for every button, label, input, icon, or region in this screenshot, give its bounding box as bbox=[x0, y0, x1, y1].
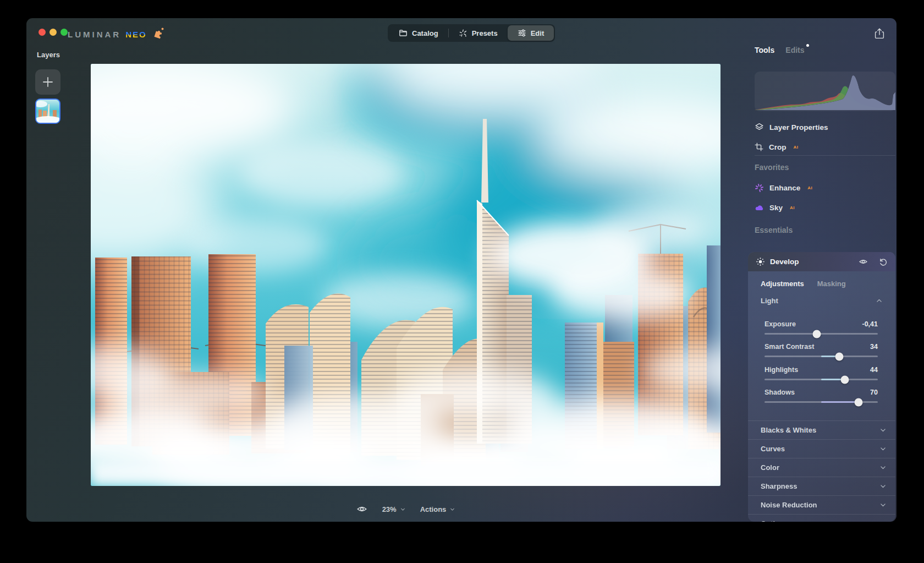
app-logo: LUMINAR NEO bbox=[68, 27, 164, 41]
chevron-down-icon bbox=[879, 501, 887, 509]
slider-label: Exposure bbox=[765, 320, 796, 328]
masking-tab[interactable]: Masking bbox=[817, 280, 846, 288]
zoom-window-button[interactable] bbox=[61, 29, 68, 36]
tab-edit[interactable]: Edit bbox=[508, 25, 554, 41]
favorites-header: Favorites bbox=[755, 163, 895, 172]
edits-tab[interactable]: Edits bbox=[785, 46, 804, 54]
chevron-down-icon bbox=[879, 520, 887, 522]
tools-tab[interactable]: Tools bbox=[755, 46, 774, 54]
section-noise-reduction[interactable]: Noise Reduction bbox=[748, 495, 895, 514]
panel-divider bbox=[755, 155, 895, 156]
tab-catalog[interactable]: Catalog bbox=[389, 25, 448, 41]
slider-track[interactable] bbox=[765, 333, 878, 335]
slider-knob[interactable] bbox=[854, 398, 862, 406]
folder-icon bbox=[399, 29, 408, 37]
add-layer-button[interactable] bbox=[35, 69, 61, 95]
chevron-down-icon bbox=[449, 506, 455, 512]
enhance-label: Enhance bbox=[769, 184, 800, 192]
slider-track[interactable] bbox=[765, 356, 878, 357]
tab-catalog-label: Catalog bbox=[412, 29, 438, 37]
section-sharpness[interactable]: Sharpness bbox=[748, 477, 895, 495]
tab-edit-label: Edit bbox=[531, 29, 544, 37]
slider-value: -0,41 bbox=[862, 320, 878, 328]
chevron-up-icon bbox=[876, 297, 883, 304]
enhance-sparkle-icon bbox=[755, 183, 764, 193]
shadows-slider[interactable]: Shadows70 bbox=[765, 389, 878, 403]
presets-sparkle-icon bbox=[459, 29, 468, 37]
slider-value: 44 bbox=[870, 366, 878, 374]
develop-tabs: Adjustments Masking bbox=[761, 280, 846, 288]
smart-contrast-slider[interactable]: Smart Contrast34 bbox=[765, 343, 878, 357]
highlights-slider[interactable]: Highlights44 bbox=[765, 366, 878, 380]
layers-panel-title: Layers bbox=[37, 51, 60, 59]
section-label: Sharpness bbox=[761, 482, 797, 490]
actions-label: Actions bbox=[420, 505, 447, 513]
tab-presets[interactable]: Presets bbox=[449, 25, 508, 41]
layers-stack-icon bbox=[755, 123, 764, 132]
visibility-eye-icon[interactable] bbox=[858, 258, 868, 266]
section-label: Noise Reduction bbox=[761, 501, 817, 509]
layer-properties-item[interactable]: Layer Properties bbox=[755, 120, 895, 134]
layer-thumbnail[interactable] bbox=[35, 99, 61, 124]
zoom-level-dropdown[interactable]: 23% bbox=[382, 505, 406, 513]
develop-sun-icon bbox=[756, 257, 765, 266]
view-mode-tabs: Catalog Presets Edit bbox=[388, 24, 555, 42]
canvas-bottom-bar: 23% Actions bbox=[91, 501, 721, 517]
section-label: Blacks & Whites bbox=[761, 426, 816, 434]
compare-eye-button[interactable] bbox=[356, 504, 368, 514]
share-icon bbox=[874, 28, 885, 40]
section-curves[interactable]: Curves bbox=[748, 439, 895, 458]
chevron-down-icon bbox=[879, 427, 887, 434]
chevron-down-icon bbox=[400, 506, 406, 512]
close-window-button[interactable] bbox=[38, 29, 46, 36]
light-section-title: Light bbox=[761, 297, 778, 305]
actions-dropdown[interactable]: Actions bbox=[420, 505, 456, 513]
adjustments-tab[interactable]: Adjustments bbox=[761, 280, 804, 288]
extensions-puzzle-icon[interactable] bbox=[152, 27, 164, 41]
crop-item[interactable]: CropAI bbox=[755, 140, 895, 154]
section-color[interactable]: Color bbox=[748, 458, 895, 477]
sky-label: Sky bbox=[769, 204, 783, 212]
eye-icon bbox=[356, 504, 368, 514]
sky-item[interactable]: SkyAI bbox=[755, 200, 895, 215]
reset-undo-icon[interactable] bbox=[879, 258, 888, 266]
slider-label: Shadows bbox=[765, 389, 795, 396]
histogram bbox=[755, 72, 895, 111]
zoom-level-value: 23% bbox=[382, 505, 397, 513]
enhance-ai-badge: AI bbox=[807, 185, 812, 190]
slider-knob[interactable] bbox=[841, 375, 849, 384]
section-label: Color bbox=[761, 463, 779, 472]
app-window: LUMINAR NEO Catalog bbox=[26, 18, 897, 522]
collapsed-sections: Blacks & Whites Curves Color Sharpness N… bbox=[748, 420, 895, 522]
edits-badge-dot bbox=[806, 44, 809, 47]
edits-tab-label: Edits bbox=[785, 46, 804, 54]
share-button[interactable] bbox=[871, 25, 888, 42]
enhance-item[interactable]: EnhanceAI bbox=[755, 181, 895, 195]
slider-fill bbox=[821, 401, 859, 403]
develop-title: Develop bbox=[770, 258, 799, 266]
photo-canvas[interactable] bbox=[91, 64, 721, 486]
slider-knob[interactable] bbox=[812, 330, 821, 338]
develop-panel: Develop Adjustments Masking Light Exposu… bbox=[748, 252, 895, 522]
crop-label: Crop bbox=[769, 143, 787, 151]
chevron-down-icon bbox=[879, 483, 887, 490]
section-label: Optics bbox=[761, 520, 783, 522]
slider-track[interactable] bbox=[765, 401, 878, 403]
slider-value: 34 bbox=[870, 343, 878, 351]
exposure-slider[interactable]: Exposure-0,41 bbox=[765, 320, 878, 335]
section-optics[interactable]: Optics bbox=[748, 514, 895, 522]
slider-knob[interactable] bbox=[835, 352, 843, 360]
slider-label: Highlights bbox=[765, 366, 798, 374]
section-blacks-whites[interactable]: Blacks & Whites bbox=[748, 420, 895, 439]
slider-track[interactable] bbox=[765, 379, 878, 380]
chevron-down-icon bbox=[879, 445, 887, 452]
sky-cloud-icon bbox=[755, 203, 764, 212]
minimize-window-button[interactable] bbox=[50, 29, 57, 36]
section-label: Curves bbox=[761, 445, 785, 453]
crop-ai-badge: AI bbox=[794, 145, 799, 150]
logo-neo-text: NEO bbox=[125, 30, 147, 39]
crop-icon bbox=[755, 143, 763, 151]
develop-header[interactable]: Develop bbox=[748, 252, 895, 271]
light-section-header[interactable]: Light bbox=[761, 297, 883, 305]
slider-value: 70 bbox=[870, 389, 878, 396]
